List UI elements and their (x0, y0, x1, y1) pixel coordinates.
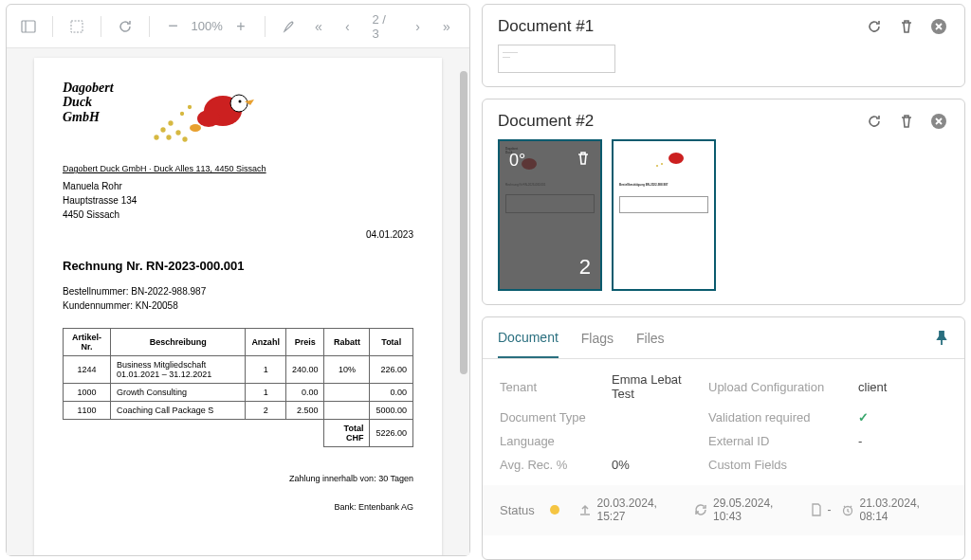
tab-document[interactable]: Document (498, 318, 559, 358)
meta-label: Upload Configuration (708, 380, 851, 394)
company-name: Dagobert Duck GmbH (63, 81, 114, 124)
select-tool-icon[interactable] (66, 13, 87, 40)
meta-label: Avg. Rec. % (500, 458, 604, 472)
document-card-2: Document #2 DagobertDuck Rechnung Nr RN-… (482, 99, 965, 305)
uploaded-date: 20.03.2024, 15:27 (597, 497, 686, 524)
svg-point-21 (656, 165, 658, 167)
file-status: - (828, 503, 832, 516)
reload-icon[interactable] (864, 111, 885, 132)
table-row: 1100 Coaching Call Package S 2 2.500 500… (64, 402, 413, 420)
svg-point-11 (155, 135, 158, 139)
recipient-address: Manuela Rohr Hauptstrasse 134 4450 Sissa… (63, 179, 413, 222)
svg-point-8 (169, 121, 173, 125)
meta-value: 0% (612, 458, 701, 472)
status-row: Status 20.03.2024, 15:27 29.05.2024, 10:… (483, 485, 964, 535)
card-title: Document #1 (498, 17, 594, 36)
rotation-label: 0° (509, 151, 525, 171)
status-label: Status (500, 503, 535, 517)
document-viewer-panel: − 100% + « ‹ 2 / 3 › » Dagobert Duck Gmb… (6, 4, 470, 556)
right-column: Document #1 —————— Document #2 DagobertD… (482, 0, 965, 560)
tabs-row: Document Flags Files (483, 317, 964, 359)
file-icon (811, 503, 822, 516)
close-icon[interactable] (928, 111, 949, 132)
order-number: Bestellnummer: BN-2022-988.987 (63, 286, 413, 297)
invoice-line-items-table: Artikel-Nr. Beschreibung Anzahl Preis Ra… (63, 328, 413, 447)
svg-point-7 (190, 124, 201, 132)
tab-files[interactable]: Files (636, 319, 665, 357)
refreshed-date: 29.05.2024, 10:43 (713, 497, 801, 524)
document-viewport[interactable]: Dagobert Duck GmbH (7, 48, 469, 555)
validation-check-icon: ✓ (858, 410, 947, 425)
metadata-grid: Tenant Emma Lebat Test Upload Configurat… (500, 372, 947, 472)
meta-label: Validation required (708, 410, 851, 425)
meta-value: Emma Lebat Test (612, 372, 701, 401)
page-indicator: 2 / 3 (364, 12, 400, 41)
meta-label: Language (500, 434, 604, 448)
next-page-icon[interactable]: › (406, 13, 429, 40)
invoice-date: 04.01.2023 (63, 229, 413, 240)
meta-value: client (858, 380, 947, 394)
sidebar-toggle-icon[interactable] (18, 13, 39, 40)
meta-label: External ID (708, 434, 851, 448)
svg-point-6 (238, 100, 241, 103)
clock-date: 21.03.2024, 08:14 (860, 497, 948, 524)
pin-icon[interactable] (934, 331, 949, 346)
last-page-icon[interactable]: » (435, 13, 458, 40)
metadata-panel: Document Flags Files Tenant Emma Lebat T… (482, 316, 965, 560)
thumb-page-number: 2 (509, 255, 591, 280)
reload-icon[interactable] (864, 16, 885, 37)
page-thumbnail[interactable]: Bestellbestätigung BN-2022-988.987 (612, 139, 716, 291)
svg-point-4 (197, 110, 220, 127)
annotate-icon[interactable] (279, 13, 300, 40)
refresh-icon (694, 503, 707, 516)
logo-illustration (142, 81, 275, 147)
viewer-toolbar: − 100% + « ‹ 2 / 3 › » (7, 5, 469, 48)
meta-label: Custom Fields (708, 458, 851, 472)
table-row: 1244 Business Mitgliedschaft 01.01.2021 … (64, 356, 413, 384)
meta-label: Tenant (500, 380, 604, 394)
tab-flags[interactable]: Flags (581, 319, 614, 357)
svg-point-9 (161, 128, 165, 132)
upload-icon (578, 503, 592, 516)
meta-value: - (858, 434, 947, 448)
first-page-icon[interactable]: « (307, 13, 330, 40)
reload-icon[interactable] (115, 13, 136, 40)
trash-icon[interactable] (896, 111, 917, 132)
customer-number: Kundennummer: KN-20058 (63, 300, 413, 311)
thumb-trash-icon[interactable] (576, 151, 591, 166)
table-row: 1000 Growth Consulting 1 0.00 0.00 (64, 384, 413, 402)
svg-point-10 (176, 131, 180, 135)
scrollbar-thumb[interactable] (460, 71, 467, 374)
svg-point-5 (230, 95, 247, 112)
zoom-in-icon[interactable]: + (230, 13, 251, 40)
doc1-thumbnail[interactable]: —————— (498, 45, 615, 73)
zoom-level: 100% (192, 19, 223, 33)
zoom-out-icon[interactable]: − (163, 13, 184, 40)
close-icon[interactable] (928, 16, 949, 37)
svg-point-15 (180, 113, 183, 116)
document-page: Dagobert Duck GmbH (34, 58, 442, 555)
prev-page-icon[interactable]: ‹ (336, 13, 358, 40)
invoice-title: Rechnung Nr. RN-2023-000.001 (63, 259, 413, 273)
svg-point-19 (669, 153, 684, 164)
payment-terms: Zahlung innerhalb von: 30 Tagen (63, 474, 413, 483)
page-thumbnail-selected[interactable]: DagobertDuck Rechnung Nr RN-2023-000.001… (498, 139, 602, 291)
clock-icon (841, 503, 854, 516)
svg-point-13 (167, 135, 171, 139)
status-dot-icon (550, 505, 559, 515)
svg-point-14 (188, 106, 191, 109)
sender-address-line: Dagobert Duck GmbH · Duck Alles 113, 445… (63, 164, 413, 173)
svg-point-12 (183, 137, 187, 141)
document-card-1: Document #1 —————— (482, 4, 965, 87)
svg-point-20 (661, 163, 663, 165)
meta-label: Document Type (500, 410, 604, 425)
bank-info: Bank: Entenbank AG (63, 502, 413, 512)
svg-rect-2 (71, 21, 82, 32)
svg-rect-0 (22, 21, 35, 32)
trash-icon[interactable] (896, 16, 917, 37)
card-title: Document #2 (498, 112, 594, 131)
